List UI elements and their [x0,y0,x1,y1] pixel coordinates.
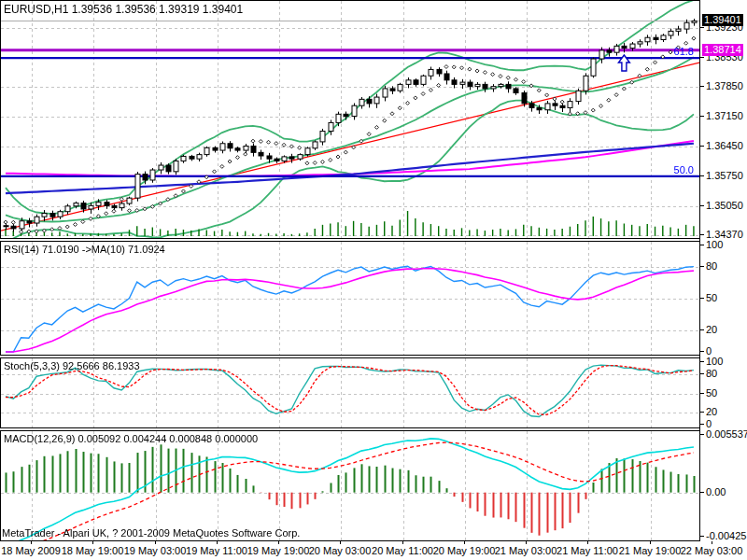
symbol-ohlc-header: EURUSD,H1 1.39536 1.39536 1.39319 1.3940… [4,3,243,16]
axis-tick [700,361,704,362]
time-tick-label: 21 May 03:00 [493,545,558,556]
fib-level-label: 61.8 [674,46,694,57]
price-axis[interactable]: 1.392301.385301.378501.371501.364501.357… [699,0,747,541]
axis-tick [31,541,32,544]
current-price-label: 1.39401 [702,14,743,26]
macd-tick-label: 0.00 [706,486,726,497]
time-tick-label: 18 May 2009 [0,545,63,556]
axis-tick [700,266,704,267]
axis-tick [278,541,279,544]
axis-tick [700,298,704,299]
axis-tick [700,116,704,117]
fib-level-label: 50.0 [674,164,694,175]
stochastic-indicator-label: Stoch(5,3,3) 92.5666 86.1933 [4,360,140,371]
axis-tick [700,492,704,493]
mt4-chart-window: EURUSD,H1 1.39536 1.39536 1.39319 1.3940… [0,0,747,560]
axis-tick [526,541,527,544]
time-tick-label: 20 May 03:00 [307,545,373,556]
time-axis[interactable]: 18 May 200918 May 19:0019 May 03:0019 Ma… [0,541,747,560]
rsi-tick-label: 100 [706,239,723,250]
time-tick-label: 19 May 03:00 [122,545,188,556]
axis-tick [700,57,704,58]
time-tick-label: 19 May 19:00 [246,545,311,556]
time-tick-label: 21 May 19:00 [617,545,683,556]
time-tick-label: 22 May 03:00 [679,545,744,556]
stoch-tick-label: 80 [706,368,717,379]
axis-tick [700,424,704,425]
axis-tick [700,27,704,28]
price-tick-label: 1.36450 [706,140,743,151]
axis-tick [700,329,704,330]
macd-indicator-label: MACD(12,26,9) 0.005092 0.004244 0.000848… [4,433,258,444]
axis-tick [700,175,704,176]
axis-tick [92,541,93,544]
time-tick-label: 20 May 11:00 [370,545,435,556]
rsi-canvas[interactable] [1,242,699,355]
price-chart-canvas[interactable] [1,1,699,238]
rsi-tick-label: 50 [706,292,717,303]
axis-tick [700,393,704,394]
axis-tick [464,541,465,544]
axis-tick [700,351,704,352]
time-tick-label: 20 May 19:00 [431,545,497,556]
axis-tick [700,245,704,245]
axis-tick [700,86,704,87]
axis-tick [712,541,712,544]
axis-tick [700,146,704,147]
axis-tick [700,434,704,435]
stochastic-panel: Stoch(5,3,3) 92.5666 86.1933 [0,357,699,428]
rsi-tick-label: 20 [706,324,717,335]
price-tick-label: 1.35050 [706,200,743,211]
macd-tick-label: 0.005537 [706,428,747,440]
axis-tick [402,541,403,544]
price-tick-label: 1.37150 [706,110,743,121]
time-tick-label: 18 May 19:00 [60,545,125,556]
axis-tick [700,536,704,537]
axis-tick [217,541,218,544]
axis-tick [700,234,704,235]
copyright-footer: MetaTrader - Alpari UK, ? 2001-2009 Meta… [2,527,300,539]
axis-tick [700,412,704,413]
stoch-tick-label: 100 [706,356,723,367]
axis-tick [340,541,341,544]
stoch-tick-label: 50 [706,387,717,399]
rsi-indicator-label: RSI(14) 71.0190 ->MA(10) 71.0924 [4,244,165,255]
time-tick-label: 19 May 11:00 [184,545,249,556]
macd-canvas[interactable] [1,431,699,540]
stoch-tick-label: 20 [706,406,717,417]
axis-tick [155,541,156,544]
rsi-tick-label: 80 [706,260,717,272]
axis-tick [700,205,704,206]
time-tick-label: 21 May 11:00 [555,545,620,556]
axis-tick [587,541,588,544]
macd-tick-label: -0.00425 [706,530,746,541]
axis-tick [700,373,704,374]
price-tick-label: 1.37850 [706,80,743,91]
alert-price-label: 1.38714 [702,44,743,56]
axis-tick [650,541,651,544]
macd-panel: MACD(12,26,9) 0.005092 0.004244 0.000848… [0,430,699,541]
price-tick-label: 1.35750 [706,170,743,181]
main-chart-panel: EURUSD,H1 1.39536 1.39536 1.39319 1.3940… [0,0,699,239]
rsi-panel: RSI(14) 71.0190 ->MA(10) 71.0924 [0,241,699,356]
